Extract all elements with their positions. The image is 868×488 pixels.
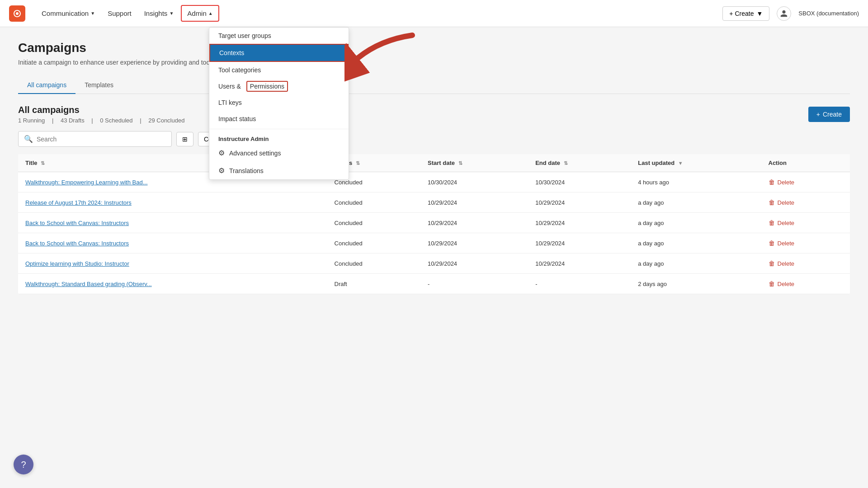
campaign-link-5[interactable]: Walkthrough: Standard Based grading (Obs… — [25, 281, 152, 287]
admin-dropdown-menu: Target user groups Contexts Tool categor… — [209, 27, 349, 180]
cell-title-2: Back to School with Canvas: Instructors — [18, 213, 327, 233]
cell-end-date-2: 10/29/2024 — [528, 213, 631, 233]
campaign-link-2[interactable]: Back to School with Canvas: Instructors — [25, 220, 129, 226]
section-title: All campaigns — [18, 105, 190, 115]
campaign-link-0[interactable]: Walkthrough: Empowering Learning with Ba… — [25, 179, 148, 186]
dropdown-label-target-user-groups: Target user groups — [218, 32, 271, 39]
trash-icon: 🗑 — [769, 239, 775, 247]
col-header-last-updated[interactable]: Last updated ▼ — [631, 154, 761, 172]
delete-button-1[interactable]: 🗑 Delete — [769, 199, 795, 206]
cell-title-1: Release of August 17th 2024: Instructors — [18, 192, 327, 213]
sort-icon-status: ⇅ — [356, 160, 360, 166]
sort-icon-start-date: ⇅ — [458, 160, 462, 166]
cell-start-date-4: 10/29/2024 — [420, 253, 528, 274]
instructure-admin-section-label: Instructure Admin — [209, 131, 349, 144]
chevron-down-icon: ▼ — [169, 11, 174, 16]
cell-action-3: 🗑 Delete — [761, 233, 850, 253]
tab-templates[interactable]: Templates — [75, 77, 123, 94]
table-row: Optimize learning with Studio: Instructo… — [18, 253, 850, 274]
nav-item-admin[interactable]: Admin ▲ — [181, 5, 219, 22]
table-body: Walkthrough: Empowering Learning with Ba… — [18, 172, 850, 294]
settings-icon: ⚙ — [218, 149, 225, 157]
delete-button-4[interactable]: 🗑 Delete — [769, 260, 795, 267]
cell-last-updated-0: 4 hours ago — [631, 172, 761, 192]
table-row: Back to School with Canvas: Instructors … — [18, 233, 850, 253]
chevron-up-icon: ▲ — [208, 11, 213, 16]
tabs: All campaigns Templates — [18, 77, 850, 94]
nav-item-communication[interactable]: Communication ▼ — [36, 6, 100, 21]
cell-status-1: Concluded — [327, 192, 421, 213]
tab-all-campaigns[interactable]: All campaigns — [18, 77, 75, 94]
top-navigation: Communication ▼ Support Insights ▼ Admin… — [0, 0, 868, 27]
campaigns-table: Title ⇅ Status ⇅ Start date ⇅ End date ⇅… — [18, 154, 850, 294]
cell-title-5: Walkthrough: Standard Based grading (Obs… — [18, 274, 327, 294]
cell-last-updated-4: a day ago — [631, 253, 761, 274]
table-row: Walkthrough: Standard Based grading (Obs… — [18, 274, 850, 294]
cell-action-4: 🗑 Delete — [761, 253, 850, 274]
chevron-down-icon: ▼ — [90, 11, 95, 16]
table-row: Release of August 17th 2024: Instructors… — [18, 192, 850, 213]
nav-support-label: Support — [108, 9, 132, 17]
page-title: Campaigns — [18, 41, 850, 55]
cell-action-0: 🗑 Delete — [761, 172, 850, 192]
cell-end-date-3: 10/29/2024 — [528, 233, 631, 253]
delete-label: Delete — [778, 199, 795, 206]
campaign-link-3[interactable]: Back to School with Canvas: Instructors — [25, 240, 129, 247]
search-input[interactable] — [37, 136, 166, 143]
dropdown-item-target-user-groups[interactable]: Target user groups — [209, 28, 349, 44]
trash-icon: 🗑 — [769, 199, 775, 206]
svg-point-0 — [16, 12, 19, 15]
nav-right-section: + Create ▼ SBOX (documentation) — [722, 6, 859, 21]
translations-icon: ⚙ — [218, 166, 225, 175]
delete-button-0[interactable]: 🗑 Delete — [769, 178, 795, 186]
nav-items: Communication ▼ Support Insights ▼ Admin… — [36, 5, 722, 22]
filter-button[interactable]: ⊞ — [176, 132, 193, 146]
delete-button-2[interactable]: 🗑 Delete — [769, 219, 795, 226]
cell-start-date-1: 10/29/2024 — [420, 192, 528, 213]
section-header: All campaigns 1 Running | 43 Drafts | 0 … — [18, 105, 850, 124]
section-stats: 1 Running | 43 Drafts | 0 Scheduled | 29… — [18, 117, 190, 124]
app-logo[interactable] — [9, 5, 25, 22]
dropdown-item-translations[interactable]: ⚙ Translations — [209, 162, 349, 179]
nav-item-support[interactable]: Support — [102, 6, 137, 21]
trash-icon: 🗑 — [769, 280, 775, 287]
delete-button-3[interactable]: 🗑 Delete — [769, 239, 795, 247]
col-header-start-date[interactable]: Start date ⇅ — [420, 154, 528, 172]
sort-icon-title: ⇅ — [41, 160, 45, 166]
stat-drafts: 43 Drafts — [61, 117, 85, 124]
cell-last-updated-1: a day ago — [631, 192, 761, 213]
cell-status-5: Draft — [327, 274, 421, 294]
create-button[interactable]: + Create ▼ — [722, 6, 769, 21]
section-create-button[interactable]: + Create — [808, 107, 850, 122]
campaign-link-4[interactable]: Optimize learning with Studio: Instructo… — [25, 260, 129, 267]
dropdown-item-contexts[interactable]: Contexts — [209, 44, 349, 62]
cell-action-2: 🗑 Delete — [761, 213, 850, 233]
nav-insights-label: Insights — [144, 9, 168, 17]
dropdown-item-impact-status[interactable]: Impact status — [209, 111, 349, 127]
cell-action-1: 🗑 Delete — [761, 192, 850, 213]
dropdown-label-users: Users & — [218, 83, 241, 90]
nav-item-insights[interactable]: Insights ▼ — [139, 6, 179, 21]
trash-icon: 🗑 — [769, 260, 775, 267]
col-header-end-date[interactable]: End date ⇅ — [528, 154, 631, 172]
dropdown-item-tool-categories[interactable]: Tool categories — [209, 62, 349, 78]
delete-label: Delete — [778, 240, 795, 247]
search-icon: 🔍 — [24, 135, 33, 143]
nav-communication-label: Communication — [42, 9, 89, 17]
cell-status-2: Concluded — [327, 213, 421, 233]
cell-action-5: 🗑 Delete — [761, 274, 850, 294]
delete-button-5[interactable]: 🗑 Delete — [769, 280, 795, 287]
table-row: Back to School with Canvas: Instructors … — [18, 213, 850, 233]
cell-end-date-5: - — [528, 274, 631, 294]
cell-start-date-5: - — [420, 274, 528, 294]
dropdown-item-users-permissions[interactable]: Users & Permissions — [209, 78, 349, 94]
plus-icon: + — [816, 111, 820, 118]
delete-label: Delete — [778, 281, 795, 287]
cell-status-4: Concluded — [327, 253, 421, 274]
campaign-link-1[interactable]: Release of August 17th 2024: Instructors — [25, 199, 132, 206]
chevron-down-icon: ▼ — [756, 10, 763, 17]
dropdown-item-lti-keys[interactable]: LTI keys — [209, 94, 349, 111]
cell-title-4: Optimize learning with Studio: Instructo… — [18, 253, 327, 274]
dropdown-item-advanced-settings[interactable]: ⚙ Advanced settings — [209, 144, 349, 162]
user-profile-icon[interactable] — [777, 6, 791, 21]
